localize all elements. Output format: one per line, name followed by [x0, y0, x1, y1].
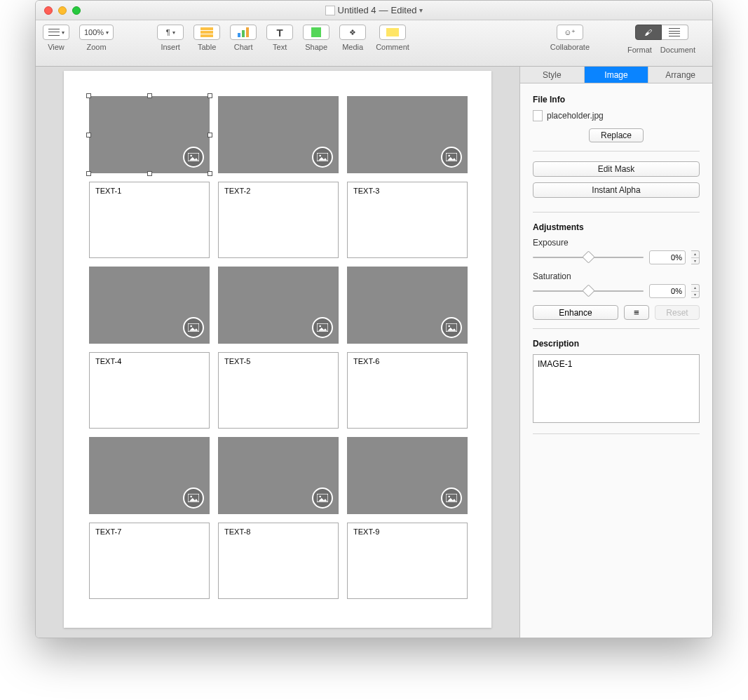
- insert-label: Insert: [161, 43, 180, 51]
- adjustments-sliders-button[interactable]: ≡: [624, 305, 649, 320]
- edit-mask-button[interactable]: Edit Mask: [533, 161, 700, 177]
- image-icon[interactable]: [183, 317, 204, 338]
- text-box-1[interactable]: TEXT-1: [89, 182, 210, 258]
- text-box-9[interactable]: TEXT-9: [347, 523, 468, 599]
- svg-marker-2: [189, 157, 198, 161]
- view-label: View: [48, 43, 64, 51]
- saturation-stepper[interactable]: ▴▾: [691, 284, 700, 298]
- svg-point-16: [448, 325, 450, 328]
- document-title[interactable]: Untitled 4 — Edited ▾: [36, 5, 712, 15]
- sliders-icon: ≡: [634, 307, 639, 318]
- image-icon[interactable]: [312, 487, 333, 509]
- view-button[interactable]: ▾: [43, 25, 69, 40]
- chevron-down-icon: ▾: [419, 6, 423, 14]
- insert-button[interactable]: ¶▾: [157, 25, 184, 40]
- resize-handle[interactable]: [147, 93, 152, 98]
- exposure-value[interactable]: 0%: [649, 250, 686, 264]
- exposure-slider[interactable]: [533, 253, 644, 262]
- document-label: Document: [660, 46, 695, 54]
- saturation-slider[interactable]: [533, 286, 644, 296]
- tab-image[interactable]: Image: [585, 67, 649, 83]
- image-placeholder-7[interactable]: [89, 437, 210, 514]
- svg-point-19: [190, 496, 192, 498]
- table-button[interactable]: [193, 25, 220, 40]
- saturation-value[interactable]: 0%: [649, 284, 686, 298]
- minimize-window-button[interactable]: [58, 6, 67, 15]
- text-box-3[interactable]: TEXT-3: [347, 182, 468, 258]
- canvas[interactable]: TEXT-1 TEXT-2 TEXT-3 TEXT-4 TEXT-5 TEXT-…: [36, 67, 519, 638]
- adjustments-heading: Adjustments: [533, 222, 700, 232]
- description-field[interactable]: [533, 354, 700, 423]
- svg-point-4: [319, 155, 321, 157]
- resize-handle[interactable]: [208, 93, 212, 98]
- title-text: Untitled 4: [338, 5, 376, 15]
- shape-label: Shape: [305, 43, 327, 51]
- svg-marker-20: [189, 498, 198, 502]
- text-box-6[interactable]: TEXT-6: [347, 352, 468, 429]
- tab-arrange[interactable]: Arrange: [648, 67, 712, 83]
- image-placeholder-5[interactable]: [218, 267, 339, 344]
- image-icon[interactable]: [183, 147, 204, 168]
- collaborate-button[interactable]: ☺⁺: [557, 25, 583, 40]
- collaborate-label: Collaborate: [550, 43, 590, 51]
- image-icon[interactable]: [441, 487, 462, 509]
- reset-button[interactable]: Reset: [655, 305, 700, 320]
- svg-marker-26: [447, 498, 456, 502]
- replace-button[interactable]: Replace: [589, 128, 644, 142]
- exposure-stepper[interactable]: ▴▾: [691, 250, 700, 264]
- image-icon[interactable]: [183, 487, 204, 509]
- file-icon: [533, 110, 543, 121]
- filename: placeholder.jpg: [547, 111, 604, 121]
- instant-alpha-button[interactable]: Instant Alpha: [533, 182, 700, 198]
- image-icon[interactable]: [312, 147, 333, 168]
- image-placeholder-3[interactable]: [347, 96, 468, 173]
- comment-button[interactable]: [379, 25, 406, 40]
- zoom-label: Zoom: [87, 43, 107, 51]
- resize-handle[interactable]: [86, 93, 91, 98]
- zoom-button[interactable]: 100%▾: [79, 25, 114, 40]
- fullscreen-window-button[interactable]: [72, 6, 81, 15]
- image-placeholder-4[interactable]: [89, 267, 210, 344]
- image-placeholder-2[interactable]: [218, 96, 339, 173]
- file-info-heading: File Info: [533, 95, 700, 105]
- format-label: Format: [627, 46, 652, 54]
- text-box-5[interactable]: TEXT-5: [218, 352, 339, 429]
- svg-marker-23: [318, 498, 327, 502]
- tab-style[interactable]: Style: [520, 67, 585, 83]
- image-placeholder-6[interactable]: [347, 267, 468, 344]
- image-icon[interactable]: [312, 317, 333, 338]
- document-icon: [325, 6, 335, 15]
- image-icon[interactable]: [441, 317, 462, 338]
- svg-point-13: [319, 325, 321, 328]
- format-button[interactable]: 🖌: [635, 25, 662, 40]
- file-info-row: placeholder.jpg: [533, 110, 700, 121]
- chart-label: Chart: [234, 43, 253, 51]
- text-box-8[interactable]: TEXT-8: [218, 523, 339, 599]
- svg-marker-8: [447, 157, 456, 161]
- resize-handle[interactable]: [147, 171, 152, 176]
- media-button[interactable]: ❖: [339, 25, 366, 40]
- table-label: Table: [198, 43, 216, 51]
- text-box-2[interactable]: TEXT-2: [218, 182, 339, 258]
- resize-handle[interactable]: [86, 133, 91, 137]
- enhance-button[interactable]: Enhance: [533, 305, 618, 320]
- text-box-4[interactable]: TEXT-4: [89, 352, 210, 429]
- text-box-7[interactable]: TEXT-7: [89, 523, 210, 599]
- chart-button[interactable]: [230, 25, 257, 40]
- resize-handle[interactable]: [208, 171, 212, 176]
- window: Untitled 4 — Edited ▾ ▾ View 100%▾ Zoom …: [35, 0, 713, 638]
- shape-button[interactable]: [303, 25, 329, 40]
- image-icon[interactable]: [441, 147, 462, 168]
- image-placeholder-9[interactable]: [347, 437, 468, 514]
- svg-point-10: [190, 325, 192, 328]
- user-plus-icon: ☺⁺: [564, 28, 576, 37]
- resize-handle[interactable]: [86, 171, 91, 176]
- close-window-button[interactable]: [44, 6, 53, 15]
- image-placeholder-1[interactable]: [89, 96, 210, 173]
- media-icon: ❖: [349, 28, 356, 37]
- document-button[interactable]: [662, 25, 688, 40]
- text-button[interactable]: T: [266, 25, 293, 40]
- resize-handle[interactable]: [208, 133, 212, 137]
- image-placeholder-8[interactable]: [218, 437, 339, 514]
- svg-point-22: [319, 496, 321, 498]
